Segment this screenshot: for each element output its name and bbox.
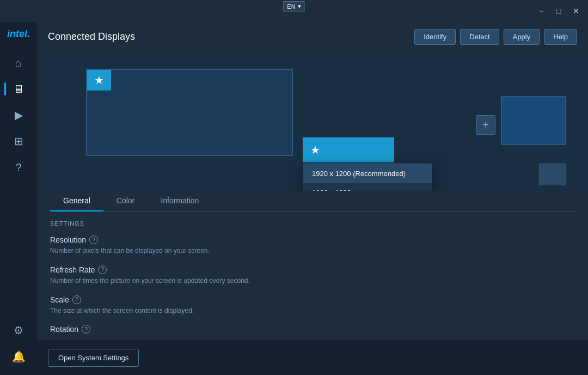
refresh-rate-desc: Number of times the picture on your scre… bbox=[50, 276, 575, 286]
add-display-button[interactable]: + bbox=[476, 115, 495, 135]
sidebar-item-home[interactable]: ⌂ bbox=[7, 51, 30, 75]
refresh-rate-setting-row: Refresh Rate ? Number of times the pictu… bbox=[50, 265, 575, 286]
sidebar-item-notification[interactable]: 🔔 bbox=[7, 344, 30, 368]
identify-button[interactable]: Identify bbox=[414, 29, 456, 45]
settings-panel: General Color Information SETTINGS Resol… bbox=[37, 191, 588, 340]
main-content: Connected Displays Identify Detect Apply… bbox=[37, 22, 588, 375]
open-system-settings-button[interactable]: Open System Settings bbox=[48, 349, 139, 367]
scale-label: Scale ? bbox=[50, 295, 575, 304]
dropdown-header: ★ bbox=[303, 137, 394, 162]
app-header: Connected Displays Identify Detect Apply… bbox=[37, 22, 588, 52]
sidebar-item-video[interactable]: ▶ bbox=[7, 103, 30, 127]
rotation-label: Rotation ? bbox=[50, 325, 575, 334]
sidebar-item-info[interactable]: ? bbox=[7, 155, 30, 179]
sidebar-item-display[interactable]: 🖥 bbox=[7, 77, 30, 101]
app-title: Connected Displays bbox=[48, 31, 135, 43]
detect-button[interactable]: Detect bbox=[460, 29, 499, 45]
notification-bell-icon: 🔔 bbox=[12, 350, 26, 363]
lang-arrow: ▾ bbox=[298, 3, 301, 10]
scale-desc: The size at which the screen content is … bbox=[50, 306, 575, 316]
intel-logo: intel. bbox=[7, 28, 30, 40]
scale-setting-row: Scale ? The size at which the screen con… bbox=[50, 295, 575, 316]
bottom-bar: Open System Settings bbox=[37, 340, 588, 375]
refresh-rate-help-icon[interactable]: ? bbox=[98, 265, 107, 274]
resolution-option-0[interactable]: 1920 x 1200 (Recommended) bbox=[303, 164, 432, 183]
resolution-option-1[interactable]: 1920 x 1080 bbox=[303, 183, 432, 191]
header-buttons: Identify Detect Apply Help bbox=[414, 29, 577, 45]
resolution-label: Resolution ? bbox=[50, 235, 575, 244]
tab-bar: General Color Information bbox=[50, 191, 575, 211]
resolution-help-icon[interactable]: ? bbox=[89, 235, 98, 244]
app-body: intel. ⌂ 🖥 ▶ ⊞ ? ⚙ 🔔 Connected Displa bbox=[0, 22, 588, 375]
apply-button[interactable]: Apply bbox=[504, 29, 540, 45]
sidebar-item-apps[interactable]: ⊞ bbox=[7, 129, 30, 153]
resolution-setting-row: Resolution ? Number of pixels that can b… bbox=[50, 235, 575, 256]
sidebar-item-settings[interactable]: ⚙ bbox=[7, 318, 30, 342]
home-icon: ⌂ bbox=[15, 57, 22, 69]
resolution-dropdown-container[interactable]: ★ 1920 x 1200 (Recommended) 1920 x 1080 … bbox=[303, 137, 432, 191]
sidebar: intel. ⌂ 🖥 ▶ ⊞ ? ⚙ 🔔 bbox=[0, 22, 37, 375]
tab-color[interactable]: Color bbox=[103, 191, 148, 211]
dropdown-star-icon: ★ bbox=[310, 143, 320, 156]
monitor-star-icon: ★ bbox=[87, 70, 111, 90]
minimize-button[interactable]: − bbox=[534, 3, 549, 19]
help-button[interactable]: Help bbox=[544, 29, 577, 45]
refresh-rate-label: Refresh Rate ? bbox=[50, 265, 575, 274]
maximize-button[interactable]: □ bbox=[551, 3, 566, 19]
settings-icon: ⚙ bbox=[14, 324, 23, 337]
info-icon: ? bbox=[15, 161, 21, 174]
tab-general[interactable]: General bbox=[50, 191, 103, 211]
window-controls: − □ ✕ bbox=[534, 3, 584, 19]
resolution-desc: Number of pixels that can be displayed o… bbox=[50, 246, 575, 256]
resolution-dropdown-list[interactable]: 1920 x 1200 (Recommended) 1920 x 1080 16… bbox=[303, 164, 432, 191]
video-icon: ▶ bbox=[15, 108, 23, 122]
primary-monitor[interactable]: ★ bbox=[86, 69, 293, 156]
secondary-monitor[interactable] bbox=[501, 96, 566, 145]
display-icon: 🖥 bbox=[13, 83, 24, 95]
sidebar-bottom: ⚙ 🔔 bbox=[7, 318, 30, 368]
scale-help-icon[interactable]: ? bbox=[72, 295, 81, 304]
tab-information[interactable]: Information bbox=[148, 191, 212, 211]
tertiary-monitor[interactable] bbox=[539, 164, 566, 185]
rotation-help-icon[interactable]: ? bbox=[82, 325, 90, 334]
settings-section-label: SETTINGS bbox=[50, 220, 575, 227]
close-button[interactable]: ✕ bbox=[568, 3, 584, 19]
title-bar: EN ▾ − □ ✕ bbox=[0, 0, 588, 22]
lang-label: EN bbox=[287, 3, 295, 10]
language-selector[interactable]: EN ▾ bbox=[283, 1, 304, 11]
display-canvas: ★ + ★ 1920 x 1200 (Recommended) 1920 x 1… bbox=[37, 52, 588, 191]
rotation-setting-row: Rotation ? bbox=[50, 325, 575, 334]
apps-icon: ⊞ bbox=[14, 135, 23, 148]
